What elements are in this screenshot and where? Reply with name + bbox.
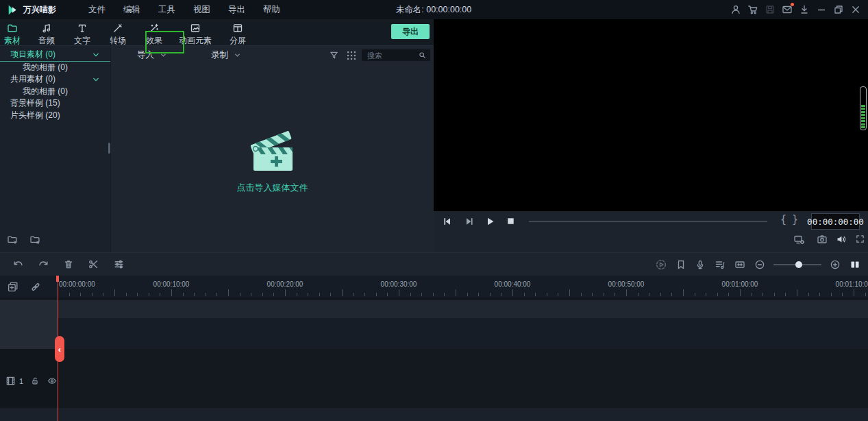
ruler-tick (808, 293, 809, 296)
ruler-tick (535, 293, 536, 296)
export-button[interactable]: 导出 (391, 24, 430, 39)
library-tree-panel: 项目素材 (0)我的相册 (0)共用素材 (0)我的相册 (0)背景样例 (15… (0, 45, 110, 253)
next-frame-icon[interactable] (464, 216, 475, 227)
folder-delete-icon[interactable] (29, 234, 41, 245)
add-track-icon[interactable] (7, 281, 19, 293)
account-icon[interactable] (730, 4, 741, 15)
zoom-slider-knob[interactable] (795, 261, 802, 268)
snapshot-icon[interactable] (817, 234, 828, 245)
ruler-tick (774, 293, 775, 296)
ruler-timecode-label: 00:01:00:00 (722, 280, 758, 288)
fullscreen-icon[interactable] (855, 234, 865, 244)
delete-icon[interactable] (63, 258, 74, 270)
ruler-tick (228, 289, 229, 296)
tab-transitions[interactable]: 转场 (110, 23, 126, 47)
tree-item-label: 项目素材 (0) (10, 49, 55, 60)
tree-item[interactable]: 我的相册 (0) (0, 86, 110, 98)
ruler-tick (581, 293, 582, 296)
menu-item-工具[interactable]: 工具 (149, 0, 184, 19)
audio-mixer-icon[interactable] (714, 259, 726, 270)
lower-track-lane[interactable] (0, 408, 868, 421)
playhead-handle[interactable]: ‹ (55, 336, 64, 362)
zoom-out-icon[interactable] (754, 259, 765, 270)
cart-icon[interactable] (747, 4, 758, 15)
ruler-tick (626, 289, 627, 296)
search-input[interactable] (362, 51, 418, 60)
menu-item-文件[interactable]: 文件 (79, 0, 114, 19)
previous-frame-icon[interactable] (442, 216, 453, 227)
import-media-dropzone[interactable]: 点击导入媒体文件 (111, 117, 434, 194)
menu-item-帮助[interactable]: 帮助 (254, 0, 289, 19)
lock-icon[interactable] (30, 376, 40, 386)
minimize-icon[interactable] (816, 4, 827, 15)
titlebar-icon-group (730, 0, 861, 19)
tree-item[interactable]: 项目素材 (0) (0, 49, 110, 62)
close-icon[interactable] (850, 4, 861, 15)
timeline-ruler[interactable]: 00:00:00:0000:00:10:0000:00:20:0000:00:3… (58, 276, 868, 298)
tree-item[interactable]: 背景样例 (15) (0, 97, 110, 110)
folder-add-icon[interactable] (7, 234, 18, 245)
search-icon[interactable] (418, 51, 427, 60)
marker-icon[interactable] (675, 259, 686, 270)
track-header-upper (0, 300, 58, 349)
render-preview-icon[interactable] (655, 258, 667, 271)
chevron-down-icon[interactable] (92, 77, 99, 82)
tab-text[interactable]: 文字 (74, 23, 90, 47)
ruler-tick (547, 293, 547, 296)
annotation-highlight-rectangle (145, 31, 184, 53)
tab-splitscreen[interactable]: 分屏 (230, 23, 246, 47)
mail-icon[interactable] (782, 4, 793, 15)
title-bar: 万兴喵影 文件编辑工具视图导出帮助 未命名: 00:00:00:00 (0, 0, 868, 19)
ruler-tick (501, 293, 501, 296)
mark-in-icon[interactable]: { (780, 213, 786, 226)
panel-resize-handle[interactable] (108, 143, 110, 154)
tab-audio[interactable]: 音频 (38, 23, 55, 47)
preview-timecode[interactable]: 00:00:00:00 (811, 213, 860, 230)
undo-icon[interactable] (12, 258, 24, 270)
redo-icon[interactable] (38, 258, 49, 270)
menu-item-导出[interactable]: 导出 (219, 0, 254, 19)
seek-bar[interactable] (529, 221, 767, 222)
upper-track-lane[interactable] (0, 300, 868, 318)
panel-layout-icon[interactable] (849, 259, 861, 270)
tree-item[interactable]: 我的相册 (0) (0, 62, 110, 74)
menu-item-视图[interactable]: 视图 (184, 0, 219, 19)
volume-icon[interactable] (836, 234, 847, 245)
ruler-tick (797, 289, 797, 296)
ruler-tick (604, 293, 604, 296)
ruler-tick (865, 293, 866, 296)
menu-item-编辑[interactable]: 编辑 (114, 0, 149, 19)
ruler-tick (171, 289, 172, 296)
grid-view-icon[interactable] (347, 51, 356, 60)
playhead-head[interactable] (56, 276, 59, 282)
video-track-lane[interactable] (0, 349, 868, 408)
display-settings-icon[interactable] (793, 234, 805, 245)
tree-item-label: 片头样例 (20) (10, 110, 60, 121)
stop-icon[interactable] (506, 216, 516, 226)
tab-media[interactable]: 素材 (4, 23, 21, 47)
split-icon[interactable] (88, 258, 99, 270)
audio-level-meter[interactable] (860, 86, 867, 130)
ruler-tick (762, 293, 763, 296)
filter-icon[interactable] (329, 50, 339, 60)
restore-icon[interactable] (833, 4, 844, 15)
tree-item[interactable]: 共用素材 (0) (0, 73, 110, 86)
zoom-in-icon[interactable] (830, 259, 841, 270)
ruler-timecode-label: 00:00:10:00 (153, 280, 190, 288)
voiceover-icon[interactable] (695, 259, 706, 270)
ruler-tick (444, 293, 445, 296)
chevron-down-icon[interactable] (92, 52, 99, 58)
record-menu[interactable]: 录制 (211, 49, 241, 61)
tree-item[interactable]: 片头样例 (20) (0, 110, 110, 122)
visibility-icon[interactable] (47, 376, 58, 386)
link-icon[interactable] (29, 281, 42, 293)
mark-out-icon[interactable]: } (792, 213, 798, 226)
save-icon[interactable] (765, 4, 776, 15)
play-icon[interactable] (484, 216, 496, 227)
ruler-tick (752, 293, 752, 296)
ruler-tick (638, 293, 638, 296)
download-icon[interactable] (799, 4, 810, 15)
properties-icon[interactable] (113, 258, 125, 270)
timeline-zoom-slider[interactable] (773, 259, 821, 270)
fit-timeline-icon[interactable] (734, 259, 746, 270)
